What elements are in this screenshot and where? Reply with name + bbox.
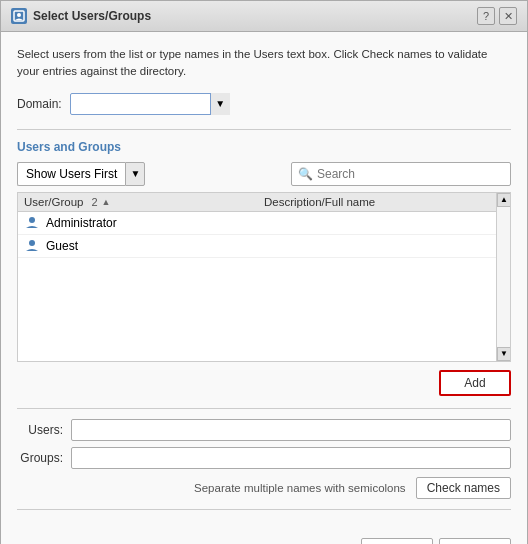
check-hint-text: Separate multiple names with semicolons — [194, 482, 406, 494]
domain-label: Domain: — [17, 97, 62, 111]
domain-select-wrapper: ▼ — [70, 93, 230, 115]
close-button[interactable]: ✕ — [499, 7, 517, 25]
scroll-down-button[interactable]: ▼ — [497, 347, 511, 361]
cancel-button[interactable]: Cancel — [439, 538, 511, 545]
scrollbar: ▲ ▼ — [496, 193, 510, 361]
dialog-icon — [11, 8, 27, 24]
sort-icon: ▲ — [102, 197, 111, 207]
col-desc-header: Description/Full name — [258, 196, 510, 208]
search-icon: 🔍 — [298, 167, 313, 181]
users-field-row: Users: — [17, 419, 511, 441]
users-table: User/Group 2 ▲ Description/Full name Adm… — [17, 192, 511, 362]
cell-user: Administrator — [18, 215, 258, 231]
add-row: Add — [17, 370, 511, 396]
ok-button[interactable]: OK — [361, 538, 433, 545]
col-user-header: User/Group 2 ▲ — [18, 196, 258, 208]
table-row[interactable]: Administrator — [18, 212, 510, 235]
users-input[interactable] — [71, 419, 511, 441]
help-button[interactable]: ? — [477, 7, 495, 25]
groups-label: Groups: — [17, 451, 71, 465]
show-users-button[interactable]: Show Users First ▼ — [17, 162, 145, 186]
username-text: Guest — [46, 239, 78, 253]
svg-point-2 — [29, 217, 35, 223]
groups-input[interactable] — [71, 447, 511, 469]
section-title: Users and Groups — [17, 140, 511, 154]
toolbar: Show Users First ▼ 🔍 — [17, 162, 511, 186]
description-text: Select users from the list or type names… — [17, 46, 511, 81]
search-box[interactable]: 🔍 — [291, 162, 511, 186]
scroll-up-button[interactable]: ▲ — [497, 193, 511, 207]
table-body: Administrator Guest — [18, 212, 510, 361]
table-header: User/Group 2 ▲ Description/Full name — [18, 193, 510, 212]
check-names-button[interactable]: Check names — [416, 477, 511, 499]
dialog-title: Select Users/Groups — [33, 9, 151, 23]
user-icon — [24, 238, 40, 254]
table-row[interactable]: Guest — [18, 235, 510, 258]
bottom-separator — [17, 509, 511, 510]
scroll-track — [497, 207, 510, 347]
user-icon — [24, 215, 40, 231]
search-input[interactable] — [317, 167, 504, 181]
svg-point-3 — [29, 240, 35, 246]
separator-2 — [17, 408, 511, 409]
groups-field-row: Groups: — [17, 447, 511, 469]
users-label: Users: — [17, 423, 71, 437]
dialog-footer: OK Cancel — [1, 532, 527, 545]
domain-row: Domain: ▼ — [17, 93, 511, 115]
title-bar-left: Select Users/Groups — [11, 8, 151, 24]
show-users-main-button[interactable]: Show Users First — [17, 162, 125, 186]
svg-point-1 — [17, 13, 21, 17]
add-button[interactable]: Add — [439, 370, 511, 396]
domain-select[interactable] — [70, 93, 230, 115]
title-controls: ? ✕ — [477, 7, 517, 25]
show-users-dropdown-button[interactable]: ▼ — [125, 162, 145, 186]
username-text: Administrator — [46, 216, 117, 230]
dialog-content: Select users from the list or type names… — [1, 32, 527, 532]
cell-user: Guest — [18, 238, 258, 254]
divider-1 — [17, 129, 511, 130]
title-bar: Select Users/Groups ? ✕ — [1, 1, 527, 32]
check-names-row: Separate multiple names with semicolons … — [17, 477, 511, 499]
select-users-dialog: Select Users/Groups ? ✕ Select users fro… — [0, 0, 528, 544]
